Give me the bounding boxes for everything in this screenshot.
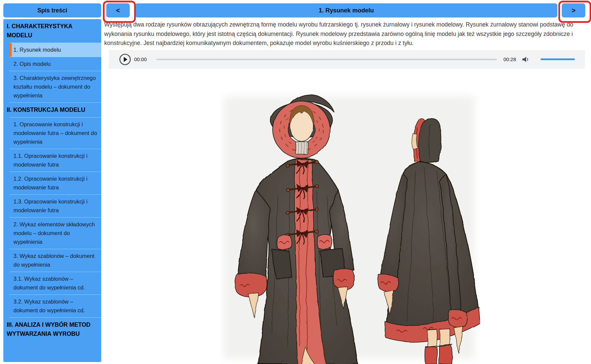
toc-section-heading: I. CHARAKTERYSTYKA MODELU xyxy=(3,19,101,43)
toc-entry-label[interactable]: 1. Rysunek modelu xyxy=(9,43,101,57)
speaker-icon[interactable] xyxy=(522,56,529,63)
toc-section-heading: III. ANALIZA I WYBÓR METOD WYTWARZANIA W… xyxy=(3,317,101,341)
toc-item[interactable]: 2. Opis modelu xyxy=(3,57,101,71)
toc-item[interactable]: 3. Wykaz szablonów – dokument do wypełni… xyxy=(3,249,101,272)
duration: 00:28 xyxy=(499,50,516,69)
toc-item[interactable]: 1.2. Opracowanie konstrukcji i modelowan… xyxy=(3,172,101,194)
toc-section-heading: II. KONSTRUKCJA MODELU xyxy=(3,102,101,117)
toc-entry-label[interactable]: 1.2. Opracowanie konstrukcji i modelowan… xyxy=(9,172,101,194)
toc-entry-label[interactable]: 3.1. Wykaz szablonów – dokument do wypeł… xyxy=(9,272,101,294)
toc-entry-label[interactable]: 2. Opis modelu xyxy=(9,57,101,71)
toc-entry-label[interactable]: 3.2. Wykaz szablonów – dokument do wypeł… xyxy=(9,295,101,317)
lesson-paragraph: Występują dwa rodzaje rysunków obrazując… xyxy=(104,20,586,48)
play-circle-icon xyxy=(119,62,131,67)
toc-item[interactable]: 3. Charakterystyka zewnętrznego kształtu… xyxy=(3,71,101,102)
toc-item[interactable]: 1. Opracowanie konstrukcji i modelowanie… xyxy=(3,117,101,149)
toc-item[interactable]: 1. Rysunek modelu xyxy=(3,43,101,57)
toc-item[interactable]: 1.3. Opracowanie konstrukcji i modelowan… xyxy=(3,194,101,217)
toc-entry-label[interactable]: 1. Opracowanie konstrukcji i modelowanie… xyxy=(9,118,101,149)
audio-player[interactable]: 00:00 00:28 xyxy=(109,50,585,69)
model-drawing xyxy=(219,91,480,364)
toc-entry-label: III. ANALIZA I WYBÓR METOD WYTWARZANIA W… xyxy=(3,318,101,341)
toc-item[interactable]: 1.1. Opracowanie konstrukcji i modelowan… xyxy=(3,149,101,172)
prev-button[interactable]: < xyxy=(106,3,130,17)
toc-entry-label[interactable]: 2. Wykaz elementów składowych modelu – d… xyxy=(9,218,101,249)
toc-item[interactable]: 3.1. Wykaz szablonów – dokument do wypeł… xyxy=(3,272,101,294)
toc-entry-label[interactable]: 1.1. Opracowanie konstrukcji i modelowan… xyxy=(9,149,101,172)
toc-entry-label: I. CHARAKTERYSTYKA MODELU xyxy=(3,19,101,43)
toc-entry-label[interactable]: 3. Wykaz szablonów – dokument do wypełni… xyxy=(9,249,101,272)
toc-entry-label[interactable]: 3. Charakterystyka zewnętrznego kształtu… xyxy=(9,71,101,102)
volume-slider[interactable] xyxy=(541,58,575,60)
next-button[interactable]: > xyxy=(562,3,585,17)
seek-bar[interactable] xyxy=(156,59,497,60)
current-time: 00:00 xyxy=(134,50,147,69)
toc-item[interactable]: 3.2. Wykaz szablonów – dokument do wypeł… xyxy=(3,294,101,317)
toc-entry-label[interactable]: 1.3. Opracowanie konstrukcji i modelowan… xyxy=(9,195,101,217)
toc-entry-label: II. KONSTRUKCJA MODELU xyxy=(3,103,101,117)
toc-item[interactable]: 2. Wykaz elementów składowych modelu – d… xyxy=(3,217,101,249)
fur-coat-sketch xyxy=(219,91,480,364)
toc-list: I. CHARAKTERYSTYKA MODELU1. Rysunek mode… xyxy=(3,19,101,362)
page-title: 1. Rysunek modelu xyxy=(135,3,557,17)
play-button[interactable] xyxy=(119,53,131,66)
toc-title: Spis treści xyxy=(3,3,101,17)
